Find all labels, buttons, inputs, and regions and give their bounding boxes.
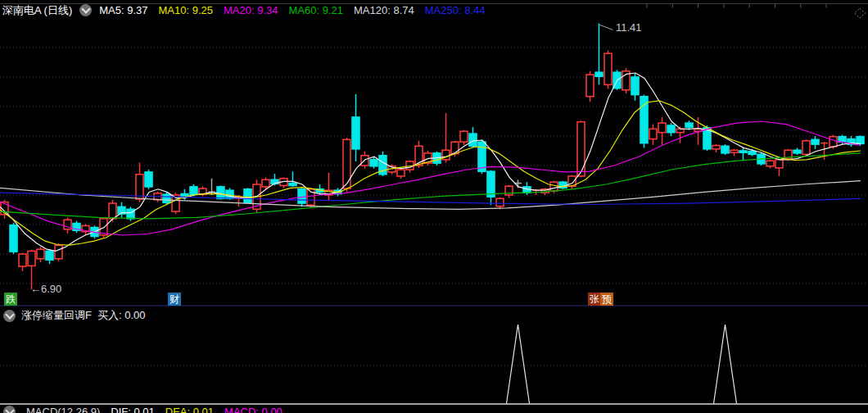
- candle-body: [604, 53, 612, 84]
- candle-body: [10, 225, 17, 252]
- candle-body: [766, 161, 774, 166]
- candle-body: [676, 129, 684, 132]
- candle-body: [649, 129, 657, 138]
- candlestick-chart[interactable]: [0, 0, 868, 413]
- candle-body: [370, 160, 377, 166]
- candle-body: [802, 141, 810, 155]
- event-badge[interactable]: 财: [168, 293, 181, 306]
- ma-legend-item: MA10: 9.25: [159, 4, 214, 16]
- macd-legend-item: DEA: 0.01: [165, 406, 214, 413]
- candle-body: [37, 249, 44, 259]
- candle-body: [658, 123, 666, 133]
- candle-body: [667, 125, 675, 133]
- candle-body: [748, 152, 756, 155]
- ma-line-MA120: [0, 181, 861, 210]
- ma-legend-item: MA5: 9.37: [99, 4, 147, 16]
- candle-body: [721, 146, 729, 153]
- event-badge[interactable]: 跌: [4, 293, 17, 306]
- candle-body: [217, 187, 224, 198]
- chevron-down-icon[interactable]: [79, 4, 92, 16]
- candle-body: [496, 198, 504, 206]
- candle-body: [145, 172, 152, 187]
- candle-body: [127, 209, 134, 219]
- candle-body: [577, 122, 585, 176]
- candle-body: [352, 117, 359, 149]
- candle-body: [739, 151, 747, 152]
- ma-line-MA10: [0, 101, 861, 245]
- macd-panel-header: MACD(12,26,9)DIF: 0.01DEA: 0.01MACD: 0.0…: [3, 406, 283, 413]
- candle-body: [343, 139, 350, 188]
- candle-body: [55, 245, 62, 259]
- candle-body: [397, 170, 405, 176]
- candle-body: [136, 175, 143, 199]
- ma-legend-item: MA60: 9.21: [289, 4, 344, 16]
- buy-label: 买入:: [97, 309, 122, 321]
- candle-body: [775, 160, 783, 168]
- panel-divider: [0, 305, 868, 306]
- main-chart-header: 深南电A (日线) MA5: 9.37MA10: 9.25MA20: 9.34M…: [2, 3, 485, 17]
- low-price-label: 6.90: [41, 283, 61, 295]
- diamond-icon[interactable]: [855, 8, 866, 18]
- candle-body: [793, 150, 801, 153]
- candle-body: [712, 146, 720, 149]
- candle-body: [163, 194, 170, 202]
- candle-body: [298, 189, 305, 203]
- indicator-name: 涨停缩量回调F: [21, 308, 92, 323]
- candle-body: [631, 77, 639, 95]
- event-badge[interactable]: 张: [588, 293, 601, 306]
- annotation-leader: [600, 25, 613, 30]
- ma-legend-item: MA250: 8.44: [425, 4, 486, 16]
- ma-legend: MA5: 9.37MA10: 9.25MA20: 9.34MA60: 9.21M…: [99, 4, 485, 16]
- stock-app-window: 深南电A (日线) MA5: 9.37MA10: 9.25MA20: 9.34M…: [0, 0, 868, 413]
- candle-body: [595, 72, 603, 76]
- candle-body: [244, 189, 251, 203]
- candle-body: [469, 134, 477, 146]
- candle-body: [262, 179, 269, 187]
- ma-legend-item: MA120: 8.74: [354, 4, 414, 16]
- high-price-label: 11.41: [616, 21, 642, 34]
- event-badge[interactable]: 预: [600, 293, 613, 306]
- ma-legend-item: MA20: 9.34: [224, 4, 278, 16]
- candle-body: [550, 182, 558, 191]
- candle-body: [109, 203, 116, 219]
- low-price-annotation: ←6.90: [30, 283, 61, 295]
- candle-body: [586, 75, 594, 97]
- candle-body: [730, 150, 738, 152]
- candle-body: [451, 142, 459, 153]
- macd-legend-item: DIF: 0.01: [111, 406, 154, 413]
- candle-body: [685, 123, 693, 127]
- indicator-signal: 买入: 0.00: [97, 308, 146, 323]
- candle-body: [190, 187, 197, 194]
- candle-body: [857, 137, 864, 144]
- candle-body: [46, 251, 53, 260]
- macd-legend-item: MACD: 0.00: [224, 406, 283, 413]
- buy-signal-spike: [714, 324, 737, 404]
- buy-signal-spike: [507, 324, 530, 404]
- indicator-panel-header: 涨停缩量回调F 买入: 0.00: [3, 308, 146, 323]
- candle-body: [460, 131, 468, 142]
- high-price-annotation: 11.41: [616, 21, 642, 34]
- chevron-down-icon[interactable]: [3, 310, 16, 322]
- left-arrow-icon: ←: [30, 283, 41, 295]
- candle-body: [28, 251, 35, 266]
- candle-body: [487, 171, 495, 197]
- candle-body: [830, 137, 837, 147]
- candle-body: [19, 254, 26, 266]
- ma-line-MA250: [0, 193, 861, 204]
- stock-title: 深南电A (日线): [2, 3, 72, 18]
- candle-body: [640, 97, 648, 143]
- candle-body: [811, 139, 819, 144]
- candle-body: [289, 184, 296, 186]
- buy-value: 0.00: [124, 309, 145, 321]
- macd-legend-item: MACD(12,26,9): [26, 406, 100, 413]
- chevron-down-icon[interactable]: [3, 406, 16, 413]
